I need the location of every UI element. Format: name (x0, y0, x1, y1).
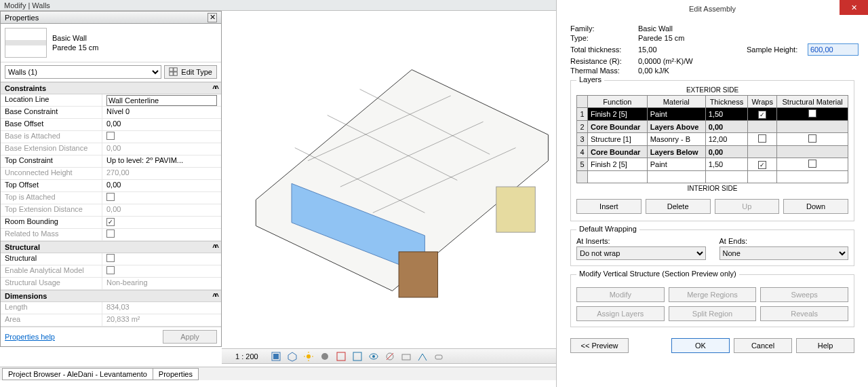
prop-label: Structural (1, 253, 102, 265)
element-selector[interactable]: Walls (1) (5, 65, 161, 79)
sweeps-button: Sweeps (760, 287, 848, 302)
wrapping-legend: Default Wrapping (576, 225, 639, 233)
hide-isolate-icon[interactable] (368, 351, 379, 362)
layer-row[interactable]: 5Finish 2 [5]Paint1,50✓ (577, 158, 848, 171)
sample-height-input[interactable] (808, 43, 859, 56)
down-button[interactable]: Down (783, 199, 848, 214)
sample-height-label: Sample Height: (747, 45, 808, 54)
svg-rect-29 (402, 354, 410, 360)
temporary-view-icon[interactable] (401, 351, 412, 362)
prop-label: Location Line (1, 94, 102, 106)
vertical-structure-group: Modify Vertical Structure (Section Previ… (570, 274, 854, 327)
layers-table[interactable]: Function Material Thickness Wraps Struct… (576, 95, 848, 183)
col-structural: Structural Material (777, 96, 848, 108)
layer-row[interactable]: 2Core BoundarLayers Above0,00 (577, 121, 848, 133)
delete-button[interactable]: Delete (646, 199, 711, 214)
up-button[interactable]: Up (715, 199, 780, 214)
edit-type-button[interactable]: Edit Type (164, 65, 217, 79)
svg-marker-16 (288, 352, 296, 361)
type-thumbnail-icon (5, 28, 47, 58)
col-thickness: Thickness (705, 96, 747, 108)
svg-rect-12 (399, 252, 437, 297)
group-constraints-header[interactable]: Constraints^^ (1, 82, 221, 94)
prop-label: Base Constraint (1, 107, 102, 118)
properties-panel: Properties ✕ Basic Wall Parede 15 cm Wal… (0, 11, 222, 347)
tab-properties[interactable]: Properties (153, 368, 199, 380)
col-wraps: Wraps (748, 96, 777, 108)
properties-titlebar: Properties ✕ (1, 12, 221, 24)
apply-button[interactable]: Apply (163, 330, 217, 344)
type-label: Type: (570, 34, 638, 42)
prop-value: Non-bearing (102, 278, 221, 289)
edit-type-label: Edit Type (181, 68, 212, 76)
at-ends-label: At Ends: (719, 237, 849, 245)
close-icon[interactable]: ✕ (208, 13, 217, 22)
floorplan-canvas (229, 18, 556, 343)
top-constraint-value[interactable]: Up to level: 2º PAVIM... (102, 155, 221, 167)
base-constraint-value[interactable]: Nível 0 (102, 107, 221, 118)
model-viewport[interactable]: 1 : 200 (222, 11, 556, 364)
structural-checkbox[interactable] (106, 254, 115, 262)
analytical-model-icon[interactable] (417, 351, 428, 362)
layer-row[interactable]: 4Core BoundarLayers Below0,00 (577, 146, 848, 158)
svg-rect-23 (337, 352, 345, 361)
modify-button: Modify (576, 287, 665, 302)
prop-label: Room Bounding (1, 217, 102, 228)
prop-label: Top Constraint (1, 155, 102, 167)
prop-label: Length (1, 302, 102, 314)
sun-path-icon[interactable] (303, 351, 314, 362)
svg-rect-3 (174, 72, 177, 75)
crop-region-icon[interactable] (352, 351, 363, 362)
thickness-value: 15,00 (638, 45, 747, 54)
dialog-close-button[interactable]: ✕ (840, 0, 868, 15)
help-button[interactable]: Help (796, 338, 854, 353)
detail-level-icon[interactable] (271, 351, 281, 362)
dialog-title: Edit Assembly (689, 5, 736, 13)
prop-value: 270,00 (102, 168, 221, 179)
tab-project-browser[interactable]: Project Browser - AleDani - Levantamento (2, 368, 153, 380)
prop-label: Base Extension Distance (1, 143, 102, 155)
top-offset-value[interactable]: 0,00 (102, 180, 221, 191)
layer-row[interactable]: 3Structure [1]Masonry - B12,00 (577, 133, 848, 146)
prop-label: Base Offset (1, 119, 102, 130)
base-offset-value[interactable]: 0,00 (102, 119, 221, 130)
ok-button[interactable]: OK (671, 338, 730, 353)
svg-rect-1 (174, 68, 177, 71)
cancel-button[interactable]: Cancel (734, 338, 792, 353)
properties-title: Properties (5, 14, 39, 22)
floorplan-svg (229, 18, 556, 343)
preview-button[interactable]: << Preview (570, 338, 629, 353)
view-scale[interactable]: 1 : 200 (229, 352, 265, 361)
svg-point-26 (372, 355, 375, 358)
prop-label: Unconnected Height (1, 168, 102, 179)
insert-button[interactable]: Insert (576, 199, 642, 214)
group-structural-header[interactable]: Structural^^ (1, 241, 221, 253)
prop-label: Enable Analytical Model (1, 265, 102, 277)
group-dimensions-header[interactable]: Dimensions^^ (1, 290, 221, 302)
thickness-label: Total thickness: (570, 45, 638, 54)
type-selector-row[interactable]: Basic Wall Parede 15 cm (1, 24, 221, 62)
room-bounding-checkbox[interactable]: ✓ (106, 218, 115, 226)
properties-help-link[interactable]: Properties help (5, 333, 55, 341)
ribbon-tab-label: Modify | Walls (4, 1, 50, 10)
visual-style-icon[interactable] (287, 351, 298, 362)
ribbon-tab-modify: Modify | Walls (0, 0, 556, 11)
shadows-icon[interactable] (319, 351, 330, 362)
reveal-hidden-icon[interactable] (384, 351, 395, 362)
svg-rect-0 (170, 68, 173, 71)
prop-label: Structural Usage (1, 278, 102, 289)
type-value: Parede 15 cm (638, 34, 747, 42)
prop-label: Top Extension Distance (1, 204, 102, 216)
vstruct-legend: Modify Vertical Structure (Section Previ… (576, 270, 739, 278)
thermal-mass-value: 0,00 kJ/K (638, 67, 747, 75)
at-inserts-label: At Inserts: (576, 237, 706, 245)
at-ends-select[interactable]: None (719, 246, 849, 260)
svg-rect-24 (353, 352, 361, 361)
location-line-input[interactable] (106, 95, 217, 106)
bottom-tabs: Project Browser - AleDani - Levantamento… (0, 367, 556, 380)
property-grid: Constraints^^ Location Line Base Constra… (1, 82, 221, 327)
constraints-icon[interactable] (433, 351, 444, 362)
at-inserts-select[interactable]: Do not wrap (576, 246, 706, 260)
crop-view-icon[interactable] (336, 351, 347, 362)
layer-row[interactable]: 1Finish 2 [5]Paint1,50✓ (577, 108, 848, 121)
